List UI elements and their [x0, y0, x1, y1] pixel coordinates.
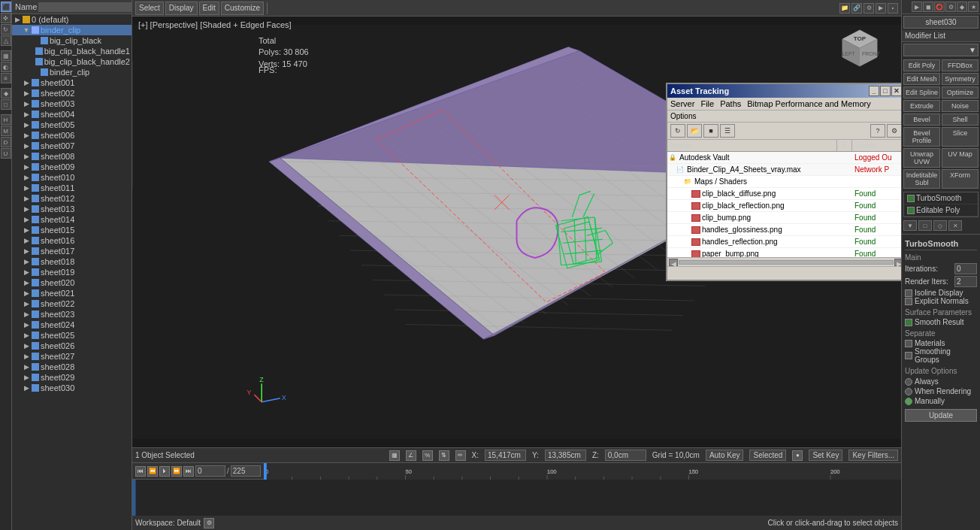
dialog-menu-file[interactable]: File: [700, 99, 714, 108]
workspace-settings-btn[interactable]: ⚙: [204, 518, 214, 528]
modifier-btn-1[interactable]: FFDBox: [942, 59, 978, 71]
ts-when-rendering-radio[interactable]: [905, 388, 912, 395]
asset-row-5[interactable]: clip_bump.pngFound: [667, 212, 901, 224]
right-icon-3[interactable]: ⭕: [934, 2, 945, 12]
viewport-cube[interactable]: TOP LEFT FRONT: [833, 24, 886, 77]
ts-explicit-checkbox[interactable]: [905, 298, 912, 305]
dialog-browse-btn[interactable]: 📂: [687, 124, 702, 138]
modifier-btn-11[interactable]: Slice: [942, 127, 978, 147]
asset-row-1[interactable]: 📄Binder_Clip_A4_Sheets_vray.maxNetwork P: [667, 164, 901, 176]
go-start-btn[interactable]: ⏮: [135, 466, 146, 477]
scroll-left-btn[interactable]: ◄: [669, 259, 678, 266]
tree-item-sheet012[interactable]: ▶sheet012: [12, 193, 132, 204]
tree-item-sheet017[interactable]: ▶sheet017: [12, 246, 132, 256]
ts-enabled-checkbox[interactable]: [907, 195, 915, 202]
stack-delete-btn[interactable]: ✕: [948, 220, 962, 231]
dialog-menu-server[interactable]: Server: [670, 99, 694, 108]
snap-toggle[interactable]: ▦: [389, 450, 400, 461]
viewport[interactable]: [+] [Perspective] [Shaded + Edged Faces]…: [132, 17, 901, 447]
menu-edit[interactable]: Edit: [199, 2, 219, 15]
material-tool-btn[interactable]: ◆: [1, 88, 11, 98]
prev-frame-btn[interactable]: ⏪: [147, 466, 158, 477]
z-coord-input[interactable]: [605, 450, 646, 461]
toolbar-icon-1[interactable]: 📁: [839, 3, 850, 14]
modifier-btn-10[interactable]: Bevel Profile: [903, 127, 940, 147]
asset-table[interactable]: 🔒Autodesk VaultLogged Ou📄Binder_Clip_A4_…: [667, 152, 901, 257]
y-coord-input[interactable]: [545, 450, 586, 461]
asset-row-3[interactable]: clip_black_diffuse.pngFound: [667, 188, 901, 200]
dialog-refresh-btn[interactable]: ↻: [670, 124, 685, 138]
tree-item-sheet001[interactable]: ▶sheet001: [12, 77, 132, 88]
tree-item-sheet013[interactable]: ▶sheet013: [12, 204, 132, 214]
hierarchy-tool-btn[interactable]: H: [1, 114, 11, 125]
tree-item-sheet019[interactable]: ▶sheet019: [12, 267, 132, 277]
dialog-menu-bitmap[interactable]: Bitmap Performance and Memory: [747, 99, 870, 108]
menu-select[interactable]: Select: [135, 2, 164, 15]
key-filters-btn[interactable]: Key Filters...: [848, 450, 898, 461]
dialog-maximize-btn[interactable]: □: [880, 86, 891, 96]
x-coord-input[interactable]: [485, 450, 526, 461]
tree-item-sheet027[interactable]: ▶sheet027: [12, 351, 132, 362]
asset-row-0[interactable]: 🔒Autodesk VaultLogged Ou: [667, 152, 901, 164]
total-frames-input[interactable]: [231, 465, 261, 477]
modifier-btn-4[interactable]: Edit Spline: [903, 86, 940, 98]
menu-customize[interactable]: Customize: [221, 2, 264, 15]
ts-smooth-checkbox[interactable]: [905, 319, 912, 326]
tree-item-sheet003[interactable]: ▶sheet003: [12, 98, 132, 109]
align-tool-btn[interactable]: ≡: [1, 73, 11, 83]
asset-row-7[interactable]: handles_reflection.pngFound: [667, 236, 901, 248]
tree-item-sheet008[interactable]: ▶sheet008: [12, 151, 132, 162]
modifier-btn-14[interactable]: Indetitable Subl: [903, 169, 940, 189]
modifier-btn-2[interactable]: Edit Mesh: [903, 73, 940, 85]
tree-item-sheet005[interactable]: ▶sheet005: [12, 120, 132, 130]
spinner-snap[interactable]: ⇅: [439, 450, 449, 461]
tree-item-big_clip_black_handle2[interactable]: big_clip_black_handle2: [12, 56, 132, 67]
right-icon-6[interactable]: ★: [968, 2, 978, 12]
tree-item-sheet011[interactable]: ▶sheet011: [12, 183, 132, 193]
tree-item-big_clip_black_handle1[interactable]: big_clip_black_handle1: [12, 46, 132, 56]
utilities-tool-btn[interactable]: U: [1, 148, 11, 159]
timeline-track[interactable]: [132, 480, 901, 516]
ts-materials-checkbox[interactable]: [905, 340, 912, 347]
tree-item-sheet028[interactable]: ▶sheet028: [12, 362, 132, 372]
modifier-btn-6[interactable]: Extrude: [903, 100, 940, 112]
modifier-btn-7[interactable]: Noise: [942, 100, 978, 112]
motion-tool-btn[interactable]: M: [1, 126, 11, 136]
modifier-btn-9[interactable]: Shell: [942, 114, 978, 126]
asset-row-4[interactable]: clip_black_reflection.pngFound: [667, 200, 901, 212]
modifier-btn-15[interactable]: XForm: [942, 169, 978, 189]
tree-item-sheet029[interactable]: ▶sheet029: [12, 372, 132, 383]
toolbar-icon-5[interactable]: •: [888, 3, 898, 14]
modifier-btn-8[interactable]: Bevel: [903, 114, 940, 126]
tree-item-sheet030[interactable]: ▶sheet030: [12, 383, 132, 393]
render-tool-btn[interactable]: □: [1, 99, 11, 110]
object-name-field[interactable]: sheet030: [903, 16, 978, 29]
dialog-minimize-btn[interactable]: _: [869, 86, 879, 96]
dialog-settings-btn[interactable]: ⚙: [887, 124, 901, 138]
tree-item-sheet016[interactable]: ▶sheet016: [12, 235, 132, 246]
modifier-btn-5[interactable]: Optimize: [942, 86, 978, 98]
angle-snap[interactable]: ∠: [406, 450, 416, 461]
move-tool-btn[interactable]: ✜: [1, 13, 11, 23]
tree-item-binder_clip[interactable]: ▼binder_clip: [12, 25, 132, 35]
tree-item-0default[interactable]: ▶0 (default): [12, 14, 132, 25]
toolbar-icon-4[interactable]: ▶: [876, 3, 886, 14]
next-frame-btn[interactable]: ⏩: [171, 466, 182, 477]
select-tool-btn[interactable]: ⬛: [1, 2, 11, 12]
tree-item-sheet018[interactable]: ▶sheet018: [12, 256, 132, 267]
tree-item-sheet002[interactable]: ▶sheet002: [12, 88, 132, 98]
selected-mode-btn[interactable]: Selected: [749, 450, 786, 461]
modifier-dropdown[interactable]: ▼: [903, 44, 978, 56]
mod-item-turbosmooth[interactable]: TurboSmooth: [904, 192, 978, 204]
tree-item-sheet024[interactable]: ▶sheet024: [12, 320, 132, 330]
right-icon-5[interactable]: ◆: [957, 2, 967, 12]
tree-item-sheet021[interactable]: ▶sheet021: [12, 288, 132, 298]
ts-manually-radio[interactable]: [905, 398, 912, 405]
dialog-help-btn[interactable]: ?: [870, 124, 885, 138]
ts-always-radio[interactable]: [905, 378, 912, 386]
ep-enabled-checkbox[interactable]: [907, 207, 915, 214]
scene-tree[interactable]: ▶0 (default)▼binder_clipbig_clip_blackbi…: [12, 14, 132, 530]
right-icon-4[interactable]: ⚙: [945, 2, 956, 12]
stack-show-btn[interactable]: □: [918, 220, 932, 231]
edit-named-sel[interactable]: ✏: [455, 450, 466, 461]
